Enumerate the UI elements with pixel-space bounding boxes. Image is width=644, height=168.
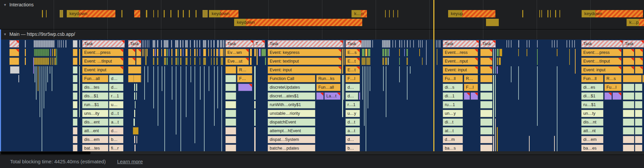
interaction-bar[interactable] [134,10,140,17]
interaction-tick[interactable] [397,10,398,17]
interaction-tick[interactable] [550,10,551,17]
interaction-bar-label: k…p [629,19,639,26]
interaction-bar-label: keydown [237,19,255,26]
interaction-tick[interactable] [385,10,386,17]
horizontal-scrollbar[interactable] [0,151,644,155]
timeline-marker-line [433,0,434,151]
interaction-keydown[interactable]: keydown [67,10,115,17]
interaction-bar-label: keydown [212,10,229,17]
interaction-keyup[interactable]: keyup [448,10,495,17]
interaction-tick[interactable] [178,10,179,17]
interaction-bar-label: keydown [584,10,602,17]
interaction-tick[interactable] [46,10,47,17]
main-track-header[interactable]: ▼ Main — https://9sr5wp.csb.app/ [3,31,75,37]
learn-more-link[interactable]: Learn more [117,159,143,164]
interaction-tick[interactable] [522,10,523,17]
interaction-tick[interactable] [203,10,208,17]
interaction-tick[interactable] [146,10,147,17]
collapse-triangle-icon: ▼ [3,3,7,7]
interactions-track-header[interactable]: ▼ Interactions [3,2,34,7]
interaction-tick[interactable] [539,10,540,17]
interaction-bar-label: k…n [354,10,364,17]
interaction-tick[interactable] [547,10,548,17]
interaction-keydown[interactable]: keydown [234,19,362,26]
interactions-track-title: Interactions [9,2,34,7]
interaction-tick[interactable] [60,10,63,17]
interaction-bar-striped-part [639,19,644,26]
interaction-tick[interactable] [164,10,165,17]
interaction-tick[interactable] [153,10,154,17]
interaction-tick[interactable] [121,10,122,17]
interaction-bar-striped-part [462,10,495,17]
status-bar: Total blocking time: 4425.40ms (estimate… [0,155,644,168]
interaction-tick[interactable] [183,10,184,17]
interaction-tick[interactable] [389,10,390,17]
interaction-tick[interactable] [555,10,556,17]
interaction-tick[interactable] [393,10,394,17]
main-track-title: Main — https://9sr5wp.csb.app/ [9,31,75,37]
interaction-bar-striped-part [134,10,140,17]
interaction-bar-label: keyup [451,10,463,17]
interaction-tick[interactable] [170,10,171,17]
interaction-keydown[interactable]: keydown [582,10,643,17]
performance-panel: ▼ Interactions keydownkeydownk…nkeyupkey… [0,0,644,168]
interaction-tick[interactable] [42,10,43,17]
interaction-bar[interactable] [486,19,499,26]
interaction-k-n[interactable]: k…n [352,10,367,17]
interaction-bar-label: keydown [69,10,87,17]
interactions-layer: keydownkeydownk…nkeyupkeydownkeydownk…p [0,0,644,168]
interaction-tick[interactable] [158,10,158,17]
interaction-tick[interactable] [189,10,190,17]
interaction-tick[interactable] [541,10,542,17]
interaction-bar-striped-part [246,19,362,26]
collapse-triangle-icon: ▼ [3,32,7,36]
selected-track-indicator [0,29,1,151]
interaction-bar-striped-part [595,10,643,17]
interaction-tick[interactable] [196,10,197,17]
interaction-keydown[interactable]: keydown [209,10,238,17]
scrollbar-thumb[interactable] [1,152,91,154]
total-blocking-time-text: Total blocking time: 4425.40ms (estimate… [10,159,106,164]
interaction-tick[interactable] [559,10,560,17]
interaction-k-p[interactable]: k…p [627,19,644,26]
